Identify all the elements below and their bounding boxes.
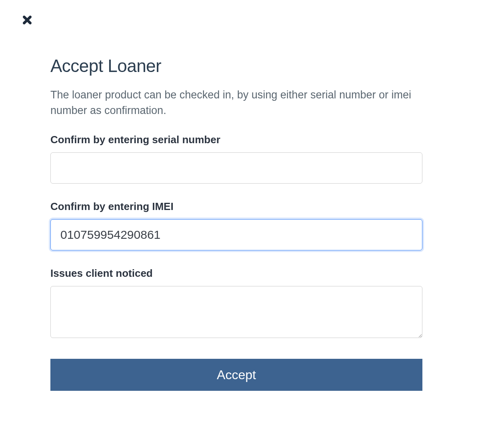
issues-label: Issues client noticed xyxy=(50,267,422,280)
accept-button[interactable]: Accept xyxy=(50,359,422,391)
serial-number-label: Confirm by entering serial number xyxy=(50,134,422,146)
close-button[interactable] xyxy=(19,13,35,29)
imei-input[interactable] xyxy=(50,219,422,250)
serial-number-group: Confirm by entering serial number xyxy=(50,134,422,184)
imei-group: Confirm by entering IMEI xyxy=(50,200,422,250)
issues-textarea[interactable] xyxy=(50,286,422,338)
dialog-description: The loaner product can be checked in, by… xyxy=(50,87,422,118)
dialog-content: Accept Loaner The loaner product can be … xyxy=(50,56,422,391)
imei-label: Confirm by entering IMEI xyxy=(50,200,422,213)
issues-group: Issues client noticed xyxy=(50,267,422,340)
serial-number-input[interactable] xyxy=(50,152,422,184)
close-icon xyxy=(21,14,34,28)
dialog-title: Accept Loaner xyxy=(50,56,422,76)
